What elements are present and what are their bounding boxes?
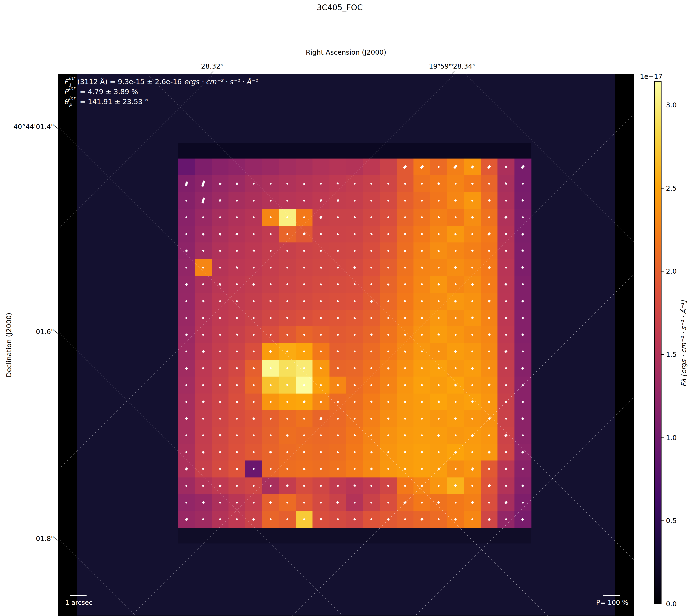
polarization-dot — [471, 418, 473, 420]
polarization-dot — [488, 317, 490, 319]
x-tick-label-1: 28.32ˢ — [201, 62, 223, 70]
polarization-dot — [270, 435, 272, 436]
polarization-dot — [387, 334, 389, 336]
polarization-dot — [287, 502, 288, 504]
heatmap-cell — [262, 158, 279, 176]
polarization-dot — [371, 200, 372, 201]
colorbar-tick-label: 1.5 — [666, 351, 677, 358]
polarization-dot — [270, 283, 272, 285]
x-tickmark-1 — [211, 71, 214, 74]
polarization-dot — [202, 485, 204, 487]
polarization-dot — [270, 267, 272, 268]
polarization-scalebar — [603, 595, 620, 596]
polarization-dot — [522, 401, 524, 403]
polarization-dot — [387, 233, 389, 235]
heatmap-cell — [229, 158, 246, 176]
figure: 3C405_FOC Right Ascension (J2000) 28.32ˢ… — [0, 0, 692, 616]
y-tick-label-1: 40°44'01.4" — [0, 123, 54, 131]
polarization-dot — [219, 300, 221, 302]
polarization-dot — [270, 200, 272, 201]
polarization-dot — [303, 384, 305, 386]
polarization-dot — [253, 502, 255, 504]
polarization-dot — [354, 418, 356, 420]
flux-heatmap — [178, 158, 531, 528]
y-tick-label-3: 01.8" — [0, 535, 54, 543]
polarization-dot — [471, 233, 473, 235]
colorbar-tick-label: 0.0 — [666, 600, 677, 608]
polarization-dot — [270, 367, 272, 369]
angle-annotation: θintP = 141.91 ± 23.53 ° — [64, 97, 257, 107]
polarization-dot — [421, 200, 423, 201]
sky-map-plot: Fintλ(3112 Å) = 9.3e-15 ± 2.6e-16 ergs ·… — [58, 74, 634, 616]
polarization-dot — [253, 216, 255, 218]
polarization-dot — [287, 300, 288, 302]
colorbar-axis-label: Fλ [ergs · cm⁻² · s⁻¹ · Å⁻¹] — [680, 300, 688, 387]
polarization-dot — [219, 451, 221, 453]
y-tick-label-2: 01.6" — [0, 328, 54, 336]
colorbar — [654, 81, 662, 604]
heatmap-cell — [380, 158, 397, 176]
y-axis-label: Declination (J2000) — [5, 313, 13, 377]
polarization-dot — [404, 418, 406, 420]
polarization-dot — [505, 233, 507, 235]
polarization-annotation: Pint = 4.79 ± 3.89 % — [64, 87, 257, 97]
polarization-dot — [404, 317, 406, 319]
polarization-dot — [471, 485, 473, 487]
polarization-dot — [387, 267, 389, 268]
colorbar-tick-label: 0.5 — [666, 517, 677, 525]
heatmap-cell — [330, 158, 347, 176]
polarization-scalebar-label: P= 100 % — [596, 599, 628, 607]
polarization-dot — [337, 435, 339, 436]
polarization-dot — [287, 519, 288, 520]
polarization-dot — [471, 300, 473, 302]
polarization-dot — [455, 317, 457, 319]
polarization-dot — [253, 300, 255, 302]
polarization-dot — [371, 502, 372, 504]
polarization-dot — [354, 401, 356, 403]
polarization-dot — [421, 233, 423, 235]
heatmap-cell — [245, 158, 262, 176]
polarization-dot — [236, 418, 238, 420]
polarization-dot — [455, 250, 457, 252]
polarization-dot — [270, 485, 272, 487]
polarization-dot — [303, 418, 305, 420]
colorbar-tickmark — [662, 604, 664, 604]
polarization-dot — [219, 519, 221, 520]
polarization-dot — [287, 351, 288, 352]
polarization-dot — [219, 334, 221, 336]
colorbar-offset-label: 1e−17 — [640, 72, 663, 81]
heatmap-cell — [178, 158, 195, 176]
polarization-dot — [471, 384, 473, 386]
polarization-dot — [354, 502, 356, 504]
polarization-dot — [337, 519, 339, 520]
colorbar-tickmark — [662, 188, 664, 189]
polarization-dot — [219, 267, 221, 268]
polarization-dot — [337, 384, 339, 386]
polarization-dot — [320, 384, 322, 386]
polarization-dot — [387, 384, 389, 386]
heatmap-cell — [346, 158, 363, 176]
polarization-dot — [505, 334, 507, 336]
arcsec-scalebar-label: 1 arcsec — [65, 599, 92, 607]
heatmap-cell — [195, 158, 212, 176]
polarization-dot — [287, 216, 288, 218]
polarization-dot — [387, 250, 389, 252]
polarization-dot — [337, 485, 339, 487]
x-tickmark-2 — [452, 71, 455, 74]
colorbar-tickmark — [662, 521, 664, 521]
polarization-dot — [505, 367, 507, 369]
polarization-dot — [404, 216, 406, 218]
polarization-dot — [387, 216, 389, 218]
polarization-dot — [202, 384, 204, 386]
polarization-dot — [455, 334, 457, 336]
polarization-dot — [270, 401, 272, 403]
polarization-dot — [287, 334, 288, 336]
polarization-dot — [488, 401, 490, 403]
polarization-dot — [287, 233, 288, 235]
polarization-dot — [387, 401, 389, 403]
polarization-dot — [186, 216, 187, 218]
polarization-dot — [387, 468, 389, 470]
polarization-dot — [404, 519, 406, 520]
polarization-dot — [421, 216, 423, 218]
polarization-dot — [455, 216, 457, 218]
